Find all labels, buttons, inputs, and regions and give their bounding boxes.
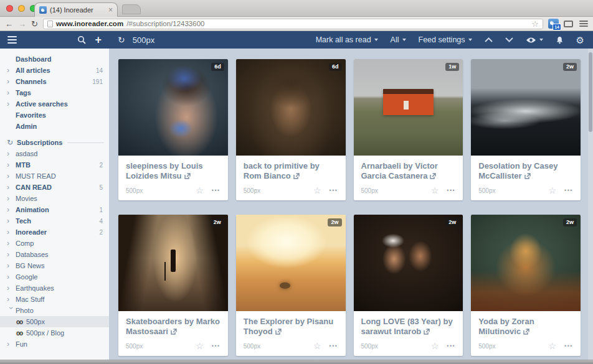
sidebar-item-mtb[interactable]: ›MTB2 — [0, 159, 109, 170]
filter-all-dropdown[interactable]: All — [391, 35, 406, 44]
article-photo[interactable]: 2w — [471, 215, 581, 311]
expand-arrow-icon[interactable]: › — [7, 150, 16, 157]
star-icon[interactable]: ☆ — [548, 342, 556, 350]
article-photo[interactable]: 2w — [354, 215, 463, 311]
expand-arrow-icon[interactable]: › — [7, 296, 16, 303]
add-subscription-button[interactable]: + — [95, 34, 102, 45]
subscriptions-header[interactable]: ↻ Subscriptions — [0, 137, 109, 148]
expand-arrow-icon[interactable]: › — [7, 240, 16, 247]
sidebar-item-mac-stuff[interactable]: ›Mac Stuff — [0, 294, 109, 305]
expand-arrow-icon[interactable]: › — [7, 251, 16, 258]
expand-arrow-icon[interactable]: › — [7, 195, 16, 202]
bookmark-star-icon[interactable]: ☆ — [531, 19, 539, 29]
search-icon[interactable] — [77, 35, 86, 44]
more-options-icon[interactable]: ••• — [212, 187, 221, 194]
sidebar-item-can-read[interactable]: ›CAN READ5 — [0, 182, 109, 193]
article-photo[interactable]: 6d — [236, 59, 346, 156]
expand-arrow-icon[interactable]: › — [7, 67, 16, 74]
expand-arrow-icon[interactable]: › — [7, 184, 16, 191]
chrome-menu-icon[interactable] — [579, 21, 588, 27]
browser-tab[interactable]: (14) Inoreader × — [34, 2, 118, 17]
back-button[interactable]: ← — [5, 20, 13, 28]
next-article-icon[interactable] — [505, 37, 513, 42]
star-icon[interactable]: ☆ — [548, 186, 556, 195]
expand-arrow-icon[interactable]: › — [7, 340, 16, 348]
address-bar[interactable]: www.inoreader.com/#subscription/12433600… — [43, 19, 543, 29]
article-photo[interactable]: 1w — [354, 59, 463, 156]
feed-settings-dropdown[interactable]: Feed settings — [419, 35, 472, 44]
sidebar-item-animation[interactable]: ›Animation1 — [0, 204, 109, 215]
star-icon[interactable]: ☆ — [196, 342, 204, 350]
sidebar-item-earthquakes[interactable]: ›Earthquakes — [0, 282, 109, 294]
article-title[interactable]: back to primitive by Rom Bianco — [244, 161, 338, 182]
preferences-gear-icon[interactable]: ⚙ — [576, 35, 584, 45]
sidebar-item-admin[interactable]: Admin — [0, 121, 109, 132]
expand-arrow-icon[interactable]: › — [7, 284, 16, 292]
more-options-icon[interactable]: ••• — [447, 187, 455, 194]
view-mode-dropdown[interactable] — [526, 37, 543, 44]
mark-all-as-read-button[interactable]: Mark all as read — [316, 35, 378, 44]
expand-arrow-icon[interactable]: › — [7, 78, 16, 85]
article-photo[interactable]: 6d — [118, 59, 228, 156]
sidebar-item-movies[interactable]: ›Movies — [0, 193, 109, 204]
star-icon[interactable]: ☆ — [313, 186, 321, 195]
refresh-subscriptions-icon[interactable]: ↻ — [7, 139, 13, 146]
forward-button[interactable]: → — [18, 20, 26, 28]
sidebar-item-favorites[interactable]: Favorites — [0, 110, 109, 121]
sidebar-item-fun[interactable]: ›Fun — [0, 338, 109, 350]
more-options-icon[interactable]: ••• — [564, 343, 573, 349]
refresh-feed-icon[interactable]: ↻ — [118, 35, 125, 45]
article-title[interactable]: The Explorer by Pisanu Thoyod — [244, 317, 338, 337]
cast-extension-icon[interactable] — [564, 21, 573, 27]
expand-arrow-icon[interactable]: › — [7, 273, 16, 281]
collapse-arrow-icon[interactable]: › — [7, 307, 15, 315]
article-photo[interactable]: 2w — [118, 215, 228, 311]
sidebar-item-dashboard[interactable]: Dashboard — [0, 54, 109, 65]
star-icon[interactable]: ☆ — [196, 186, 204, 195]
sidebar-item-active-searches[interactable]: ›Active searches — [0, 98, 109, 110]
notifications-bell-icon[interactable] — [556, 36, 564, 44]
sidebar-toggle-icon[interactable] — [7, 36, 17, 44]
more-options-icon[interactable]: ••• — [447, 343, 455, 349]
star-icon[interactable]: ☆ — [431, 342, 439, 350]
more-options-icon[interactable]: ••• — [212, 343, 221, 349]
inoreader-extension-icon[interactable]: 14 — [548, 19, 559, 29]
sidebar-item-comp[interactable]: ›Comp — [0, 238, 109, 249]
expand-arrow-icon[interactable]: › — [7, 206, 16, 213]
scrollbar-thumb[interactable] — [589, 52, 592, 132]
sidebar-item-tags[interactable]: ›Tags — [0, 87, 109, 98]
article-photo[interactable]: 2w — [471, 59, 581, 156]
sidebar-item-must-read[interactable]: ›MUST READ — [0, 170, 109, 182]
sidebar-item-500px-blog[interactable]: oo500px / Blog — [0, 327, 109, 338]
sidebar-item-asdasd[interactable]: ›asdasd — [0, 148, 109, 159]
sidebar-item-google[interactable]: ›Google — [0, 271, 109, 282]
article-photo[interactable]: 2w — [236, 215, 346, 311]
scrollbar[interactable] — [588, 49, 593, 360]
more-options-icon[interactable]: ••• — [330, 343, 338, 349]
expand-arrow-icon[interactable]: › — [7, 172, 16, 180]
article-title[interactable]: Long LOVE (83 Year) by sarawut Intarob — [361, 317, 456, 337]
sidebar-item-bg-news[interactable]: ›BG News — [0, 260, 109, 271]
more-options-icon[interactable]: ••• — [564, 187, 573, 194]
sidebar-item-500px[interactable]: oo500px — [0, 316, 109, 327]
article-title[interactable]: Arnarbaeli by Victor Garcia Castanera — [361, 161, 456, 182]
minimize-window-button[interactable] — [18, 5, 25, 12]
article-title[interactable]: Desolation by Casey McCallister — [478, 161, 573, 182]
sidebar-item-photo[interactable]: ›Photo — [0, 305, 109, 316]
close-tab-icon[interactable]: × — [108, 6, 113, 14]
article-title[interactable]: sleepiness by Louis Loizides Mitsu — [126, 161, 221, 182]
star-icon[interactable]: ☆ — [431, 186, 439, 195]
sidebar-item-databases[interactable]: ›Databases — [0, 249, 109, 260]
sidebar-item-inoreader[interactable]: ›Inoreader2 — [0, 226, 109, 238]
close-window-button[interactable] — [6, 5, 13, 12]
expand-arrow-icon[interactable]: › — [7, 228, 16, 236]
sidebar-item-channels[interactable]: ›Channels191 — [0, 76, 109, 87]
reload-button[interactable]: ↻ — [31, 19, 38, 29]
expand-arrow-icon[interactable]: › — [7, 262, 16, 269]
star-icon[interactable]: ☆ — [313, 342, 321, 350]
article-title[interactable]: Yoda by Zoran Milutinovic — [478, 317, 573, 337]
more-options-icon[interactable]: ••• — [330, 187, 338, 194]
previous-article-icon[interactable] — [485, 37, 493, 42]
sidebar-item-all-articles[interactable]: ›All articles14 — [0, 65, 109, 76]
sidebar-item-tech[interactable]: ›Tech4 — [0, 215, 109, 226]
